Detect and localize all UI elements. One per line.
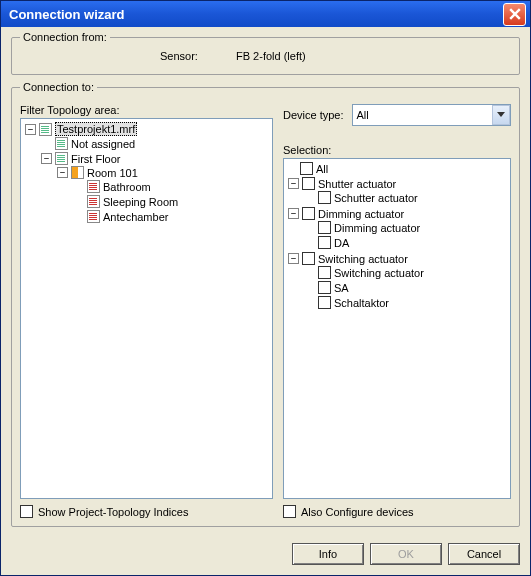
selection-tree[interactable]: All − Shutter actuator Schutter actuator… bbox=[283, 158, 511, 499]
show-indices-label: Show Project-Topology Indices bbox=[38, 506, 188, 518]
room-icon bbox=[71, 166, 84, 179]
dropdown-button[interactable] bbox=[492, 105, 510, 125]
tree-node-sleeping[interactable]: Sleeping Room bbox=[103, 196, 178, 208]
sel-switching2[interactable]: Switching actuator bbox=[334, 267, 424, 279]
window-title: Connection wizard bbox=[5, 7, 503, 22]
checkbox-schutter[interactable] bbox=[318, 191, 331, 204]
connection-to-legend: Connection to: bbox=[20, 81, 97, 93]
tree-toggle[interactable]: − bbox=[25, 124, 36, 135]
connection-from-legend: Connection from: bbox=[20, 31, 110, 43]
sel-da[interactable]: DA bbox=[334, 237, 349, 249]
sel-sa[interactable]: SA bbox=[334, 282, 349, 294]
sel-all[interactable]: All bbox=[316, 163, 328, 175]
close-button[interactable] bbox=[503, 3, 526, 26]
room-leaf-icon bbox=[87, 195, 100, 208]
tree-toggle[interactable]: − bbox=[288, 253, 299, 264]
doc-icon bbox=[55, 137, 68, 150]
filter-topology-label: Filter Topology area: bbox=[20, 104, 273, 116]
tree-node-bathroom[interactable]: Bathroom bbox=[103, 181, 151, 193]
button-bar: Info OK Cancel bbox=[1, 535, 530, 575]
checkbox-dimming[interactable] bbox=[302, 207, 315, 220]
tree-node-antechamber[interactable]: Antechamber bbox=[103, 211, 168, 223]
topology-tree[interactable]: − Testprojekt1.mrf Not assigned − bbox=[20, 118, 273, 499]
room-leaf-icon bbox=[87, 210, 100, 223]
device-type-value: All bbox=[357, 109, 369, 121]
room-leaf-icon bbox=[87, 180, 100, 193]
checkbox-all[interactable] bbox=[300, 162, 313, 175]
doc-icon bbox=[55, 152, 68, 165]
sel-shutter[interactable]: Shutter actuator bbox=[318, 178, 396, 190]
tree-node-not-assigned[interactable]: Not assigned bbox=[71, 138, 135, 150]
tree-toggle[interactable]: − bbox=[288, 178, 299, 189]
connection-to-group: Connection to: Filter Topology area: − T… bbox=[11, 87, 520, 527]
checkbox-sa[interactable] bbox=[318, 281, 331, 294]
checkbox-schaltaktor[interactable] bbox=[318, 296, 331, 309]
sensor-value: FB 2-fold (left) bbox=[236, 50, 306, 62]
checkbox-da[interactable] bbox=[318, 236, 331, 249]
checkbox-switching[interactable] bbox=[302, 252, 315, 265]
chevron-down-icon bbox=[497, 112, 505, 118]
sel-dimming2[interactable]: Dimming actuator bbox=[334, 222, 420, 234]
sel-schaltaktor[interactable]: Schaltaktor bbox=[334, 297, 389, 309]
tree-toggle[interactable]: − bbox=[57, 167, 68, 178]
titlebar: Connection wizard bbox=[1, 1, 530, 27]
also-configure-checkbox[interactable] bbox=[283, 505, 296, 518]
tree-node-room101[interactable]: Room 101 bbox=[87, 167, 138, 179]
selection-label: Selection: bbox=[283, 144, 511, 156]
close-icon bbox=[509, 8, 521, 20]
show-indices-checkbox[interactable] bbox=[20, 505, 33, 518]
cancel-button[interactable]: Cancel bbox=[448, 543, 520, 565]
device-type-dropdown[interactable]: All bbox=[352, 104, 511, 126]
tree-toggle[interactable]: − bbox=[288, 208, 299, 219]
device-type-label: Device type: bbox=[283, 109, 344, 121]
checkbox-shutter[interactable] bbox=[302, 177, 315, 190]
sel-dimming[interactable]: Dimming actuator bbox=[318, 208, 404, 220]
ok-button[interactable]: OK bbox=[370, 543, 442, 565]
tree-root[interactable]: Testprojekt1.mrf bbox=[55, 122, 137, 136]
checkbox-switching2[interactable] bbox=[318, 266, 331, 279]
checkbox-dimming2[interactable] bbox=[318, 221, 331, 234]
sel-schutter[interactable]: Schutter actuator bbox=[334, 192, 418, 204]
tree-toggle[interactable]: − bbox=[41, 153, 52, 164]
sensor-label: Sensor: bbox=[160, 50, 220, 62]
file-icon bbox=[39, 123, 52, 136]
also-configure-label: Also Configure devices bbox=[301, 506, 414, 518]
connection-from-group: Connection from: Sensor: FB 2-fold (left… bbox=[11, 37, 520, 75]
tree-node-first-floor[interactable]: First Floor bbox=[71, 153, 121, 165]
sel-switching[interactable]: Switching actuator bbox=[318, 253, 408, 265]
info-button[interactable]: Info bbox=[292, 543, 364, 565]
